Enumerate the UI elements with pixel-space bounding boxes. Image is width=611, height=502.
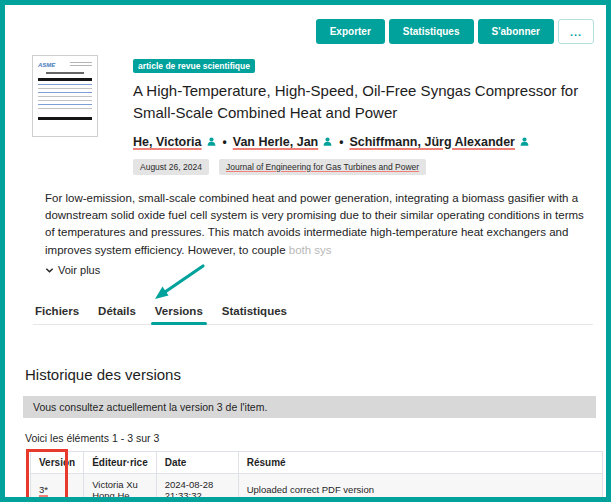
versions-table: Version Éditeur·rice Date Résumé 3* Vict… (30, 451, 603, 502)
publication-page: Exporter Statistiques S'abonner ... ASME (0, 0, 611, 502)
toolbar: Exporter Statistiques S'abonner ... (5, 19, 594, 44)
tab-details[interactable]: Détails (96, 305, 138, 317)
date-badge: August 26, 2024 (133, 159, 209, 175)
publication-info: article de revue scientifique A High-Tem… (133, 55, 592, 175)
voir-plus-label: Voir plus (58, 264, 100, 276)
thumbnail-line (38, 108, 92, 109)
voir-plus-button[interactable]: Voir plus (45, 264, 100, 276)
thumbnail-header-lines (70, 62, 92, 68)
version-link[interactable]: 3* (39, 484, 48, 495)
thumbnail-line (38, 92, 92, 93)
current-version-notice: Vous consultez actuellement la version 3… (23, 396, 596, 418)
author-link[interactable]: He, Victoria (133, 135, 202, 149)
thumbnail-line (38, 88, 92, 89)
author-link[interactable]: Schiffmann, Jürg Alexander (349, 135, 515, 149)
author-item: Van Herle, Jan (233, 135, 333, 150)
more-button[interactable]: ... (558, 19, 594, 44)
subscribe-button[interactable]: S'abonner (478, 19, 555, 44)
person-icon[interactable] (519, 136, 530, 150)
abstract-fade: both sys (289, 244, 332, 256)
date-cell: 2024-08-28 21:33:32 (156, 473, 238, 502)
publication-title: A High-Temperature, High-Speed, Oil-Free… (133, 80, 592, 124)
bullet-separator: • (223, 135, 227, 149)
export-button[interactable]: Exporter (316, 19, 385, 44)
chevron-down-icon (45, 266, 54, 275)
abstract-text: For low-emission, small-scale combined h… (45, 190, 592, 260)
thumbnail-line (38, 84, 92, 85)
person-icon[interactable] (322, 136, 333, 150)
annotation-arrow (145, 259, 215, 309)
meta-badges: August 26, 2024 Journal of Engineering f… (133, 159, 592, 175)
column-header-summary: Résumé (238, 451, 602, 473)
bullet-separator: • (339, 135, 343, 149)
column-header-date: Date (156, 451, 238, 473)
tab-fichiers[interactable]: Fichiers (33, 305, 81, 317)
tabs-section: Fichiers Détails Versions Statistiques (33, 305, 593, 325)
journal-badge[interactable]: Journal of Engineering for Gas Turbines … (219, 159, 426, 175)
table-header-row: Version Éditeur·rice Date Résumé (31, 451, 603, 473)
author-item: Schiffmann, Jürg Alexander (349, 135, 530, 150)
statistics-button[interactable]: Statistiques (389, 19, 474, 44)
thumbnail-bar (38, 117, 92, 120)
document-thumbnail[interactable]: ASME (32, 55, 98, 137)
summary-cell: Uploaded correct PDF version (238, 473, 602, 502)
authors-line: He, Victoria • Van Herle, Jan • Schiffma… (133, 135, 592, 150)
thumbnail-header: ASME (38, 62, 92, 68)
tab-versions[interactable]: Versions (153, 305, 205, 317)
author-item: He, Victoria (133, 135, 217, 150)
tab-bar: Fichiers Détails Versions Statistiques (33, 305, 593, 325)
versions-heading: Historique des versions (25, 366, 606, 383)
asme-logo: ASME (38, 62, 55, 68)
thumbnail-line (38, 100, 92, 101)
column-header-version: Version (31, 451, 84, 473)
type-badge: article de revue scientifique (133, 59, 255, 73)
results-count: Voici les éléments 1 - 3 sur 3 (25, 432, 606, 444)
ellipsis-icon: ... (570, 26, 582, 38)
editor-cell: Victoria Xu Hong He (84, 473, 157, 502)
person-icon[interactable] (206, 136, 217, 150)
version-cell: 3* (31, 473, 84, 502)
thumbnail-title-line (46, 72, 84, 74)
tab-statistiques[interactable]: Statistiques (220, 305, 289, 317)
versions-table-container: Version Éditeur·rice Date Résumé 3* Vict… (30, 451, 593, 502)
table-row: 3* Victoria Xu Hong He 2024-08-28 21:33:… (31, 473, 603, 502)
thumbnail-line (38, 96, 92, 97)
publication-header: ASME article de revue scientifique A Hig… (32, 55, 592, 175)
thumbnail-bar (38, 78, 92, 81)
author-link[interactable]: Van Herle, Jan (233, 135, 318, 149)
thumbnail-line (38, 104, 92, 105)
column-header-editor: Éditeur·rice (84, 451, 157, 473)
